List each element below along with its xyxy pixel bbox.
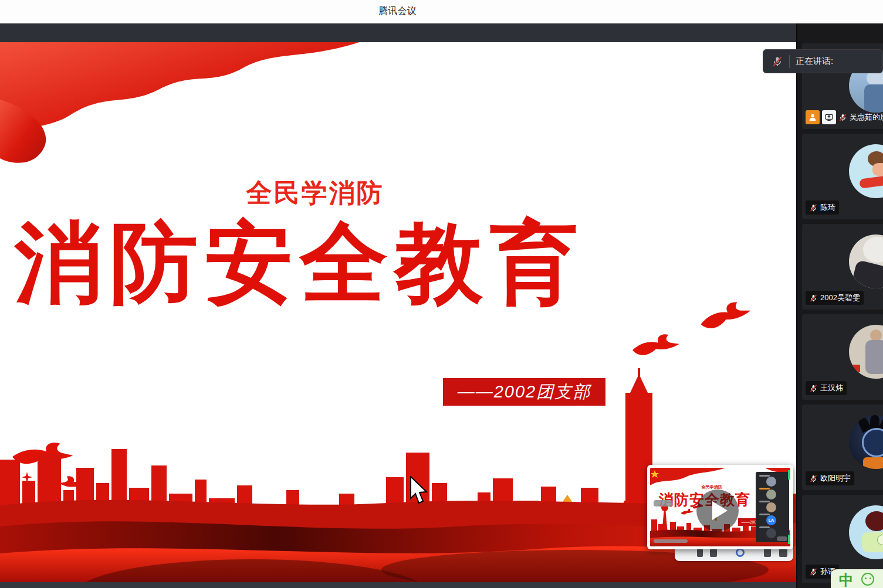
pip-avatar <box>766 502 776 512</box>
screen-share-icon <box>822 110 836 124</box>
video-preview-content: 全民学消防 消防安全教育 ——2002团支部 LA <box>650 468 790 546</box>
window-titlebar[interactable]: 腾讯会议 <box>0 0 883 23</box>
pip-caption <box>654 539 688 543</box>
participant-tile[interactable]: 欧阳明宇 <box>802 405 883 490</box>
toolbar-icon[interactable] <box>764 548 771 557</box>
sticker-popup: 中 <box>831 569 883 588</box>
muted-mic-icon <box>809 384 818 393</box>
video-preview-window[interactable]: 全民学消防 消防安全教育 ——2002团支部 LA <box>647 465 793 549</box>
pip-badge <box>654 500 672 507</box>
participant-name: 王汉炜 <box>820 383 843 393</box>
avatar <box>849 325 883 379</box>
toolbar-icon[interactable] <box>710 549 717 557</box>
participants-sidebar[interactable]: 吴惠茹的屏幕共享 陈琦 2002吴碧雯 <box>796 23 883 588</box>
pip-green-mark <box>788 470 790 480</box>
pip-green-mark <box>788 535 790 544</box>
pip-avatar <box>766 490 776 499</box>
play-icon <box>712 501 728 520</box>
play-button[interactable] <box>696 490 739 532</box>
sticker-text: 中 <box>839 570 854 588</box>
muted-mic-icon <box>772 56 783 67</box>
participant-tile[interactable]: 王汉炜 <box>802 314 883 400</box>
divider <box>789 55 790 68</box>
pip-avatar <box>766 528 776 538</box>
muted-mic-icon <box>809 294 818 303</box>
slide-byline-box: ——2002团支部 <box>443 378 605 406</box>
pip-eyebrow: 全民学消防 <box>682 484 741 490</box>
muted-mic-icon <box>838 113 847 122</box>
avatar <box>849 144 883 198</box>
host-badge-icon <box>806 110 820 124</box>
muted-mic-icon <box>809 567 818 576</box>
muted-mic-icon <box>809 474 818 483</box>
speaking-label: 正在讲话: <box>796 56 833 67</box>
participant-name: 2002吴碧雯 <box>820 293 860 303</box>
participant-tile[interactable]: 2002吴碧雯 <box>802 224 883 310</box>
slide-byline: ——2002团支部 <box>458 380 591 404</box>
slide-title: 消防安全教育 <box>15 213 795 312</box>
participant-name: 吴惠茹的屏幕共享 <box>850 112 883 123</box>
bottom-bar <box>0 582 883 588</box>
pip-avatar: LA <box>766 515 776 525</box>
ribbon-shape <box>0 42 359 143</box>
avatar <box>849 505 883 559</box>
muted-mic-icon <box>809 203 818 212</box>
toolbar-icon[interactable] <box>779 548 787 557</box>
loading-ring-icon <box>736 548 745 557</box>
speaking-indicator: 正在讲话: <box>763 49 883 73</box>
pip-avatar <box>766 477 776 487</box>
participant-tile[interactable]: 陈琦 <box>802 134 883 219</box>
shared-screen-header <box>0 23 796 42</box>
smiley-icon <box>861 573 874 586</box>
participant-name: 陈琦 <box>820 202 835 213</box>
window-title: 腾讯会议 <box>379 5 417 18</box>
toolbar-icon[interactable] <box>697 549 703 557</box>
avatar <box>849 234 883 288</box>
screen: 腾讯会议 <box>0 0 883 588</box>
avatar <box>849 415 883 469</box>
mouse-cursor <box>410 476 431 505</box>
participant-name: 欧阳明宇 <box>820 473 851 484</box>
pip-participant-panel: LA <box>756 472 789 542</box>
slide-eyebrow: 全民学消防 <box>227 176 403 210</box>
